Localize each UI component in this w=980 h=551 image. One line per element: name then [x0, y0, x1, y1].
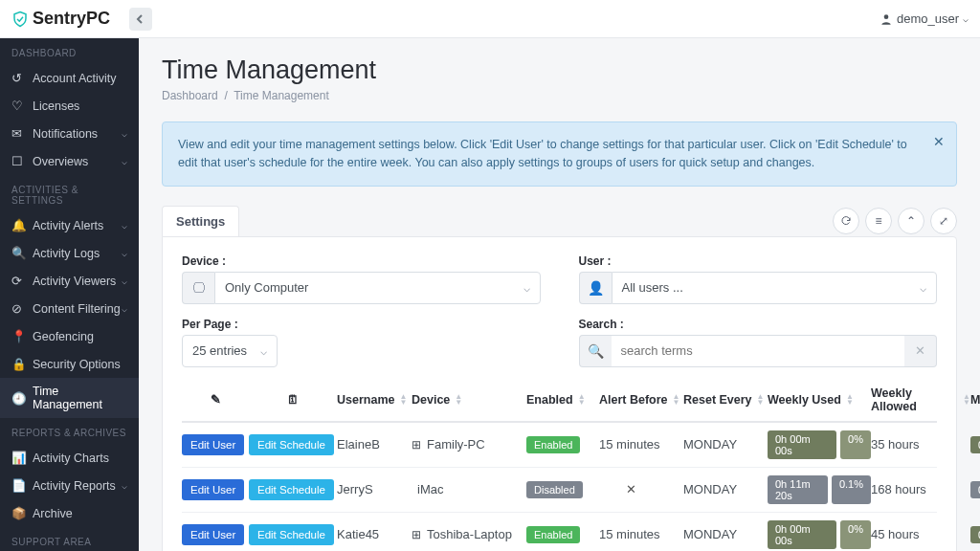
- sidebar-item-activity-alerts[interactable]: 🔔Activity Alerts⌵: [0, 211, 139, 239]
- edit-user-button[interactable]: Edit User: [182, 524, 244, 545]
- col-username[interactable]: Username▲▼: [337, 393, 412, 407]
- search-icon: 🔍: [579, 335, 612, 367]
- weekly-used-time: 0h 00m 00s: [768, 430, 836, 459]
- mail-icon: ✉: [11, 126, 25, 141]
- table-row: Edit UserEdit ScheduleJerrySiMacDisabled…: [182, 468, 937, 513]
- svg-point-0: [884, 14, 889, 19]
- chevron-down-icon: ⌵: [122, 276, 127, 286]
- weekly-allowed-value: 45 hours: [871, 527, 970, 541]
- device-cell: ⊞Family-PC: [412, 437, 526, 452]
- user-filter-icon: 👤: [579, 272, 612, 304]
- perpage-select[interactable]: 25 entries: [182, 335, 278, 367]
- sidebar-item-activity-reports[interactable]: 📄Activity Reports⌵: [0, 472, 139, 499]
- sidebar-item-label: Overviews: [33, 155, 88, 168]
- chevron-down-icon: ⌵: [122, 248, 127, 258]
- table-row: Edit UserEdit ScheduleKatie45⊞Toshiba-La…: [182, 513, 937, 552]
- sidebar-item-activity-charts[interactable]: 📊Activity Charts: [0, 444, 139, 472]
- weekly-allowed-value: 35 hours: [871, 437, 970, 452]
- list-button[interactable]: ≡: [865, 208, 892, 234]
- status-badge: Enabled: [526, 526, 580, 543]
- ban-icon: ⊘: [11, 301, 25, 316]
- search-input[interactable]: [612, 335, 905, 367]
- collapse-button[interactable]: ⌃: [898, 208, 924, 234]
- col-monday-used[interactable]: Monday Us: [970, 393, 980, 407]
- sidebar-item-licenses[interactable]: ♡Licenses: [0, 92, 139, 120]
- sidebar-item-activity-viewers[interactable]: ⟳Activity Viewers⌵: [0, 267, 139, 295]
- device-select[interactable]: Only Computer: [214, 272, 541, 304]
- sidebar-item-overviews[interactable]: ☐Overviews⌵: [0, 147, 139, 175]
- breadcrumb: Dashboard / Time Management: [162, 89, 957, 102]
- brand-logo[interactable]: SentryPC: [11, 9, 110, 29]
- sidebar-item-account-activity[interactable]: ↺Account Activity: [0, 64, 139, 92]
- sidebar-group-title: DASHBOARD: [0, 38, 139, 64]
- edit-user-button[interactable]: Edit User: [182, 434, 244, 455]
- breadcrumb-root[interactable]: Dashboard: [162, 89, 218, 102]
- user-select[interactable]: All users ...: [612, 272, 938, 304]
- table-row: Edit UserEdit ScheduleElaineB⊞Family-PCE…: [182, 423, 937, 468]
- alert-text: View and edit your time management setti…: [178, 138, 907, 169]
- edit-user-button[interactable]: Edit User: [182, 479, 244, 500]
- reset-every-value: MONDAY: [683, 527, 768, 541]
- file-icon: 📄: [11, 478, 25, 493]
- status-badge: Enabled: [526, 436, 580, 453]
- card-toolbar: ≡ ⌃ ⤢: [833, 208, 957, 234]
- device-cell: iMac: [412, 482, 526, 496]
- weekly-used-time: 0h 11m 20s: [768, 475, 828, 504]
- alert-close-button[interactable]: ✕: [933, 132, 945, 152]
- sidebar-item-activity-logs[interactable]: 🔍Activity Logs⌵: [0, 239, 139, 267]
- sidebar-item-geofencing[interactable]: 📍Geofencing: [0, 322, 139, 350]
- top-bar: SentryPC demo_user ⌵: [0, 0, 980, 38]
- sidebar-item-content-filtering[interactable]: ⊘Content Filtering⌵: [0, 295, 139, 322]
- monday-used-badge: 0h 00m 00: [970, 481, 980, 498]
- clear-search-button[interactable]: ✕: [904, 335, 937, 367]
- chevron-down-icon: ⌵: [122, 303, 127, 314]
- refresh-icon: ⟳: [11, 274, 25, 288]
- col-device[interactable]: Device▲▼: [412, 393, 526, 407]
- username-cell: JerryS: [337, 482, 412, 496]
- user-name: demo_user: [897, 11, 959, 26]
- edit-schedule-button[interactable]: Edit Schedule: [249, 434, 334, 455]
- chevron-down-icon: ⌵: [963, 13, 969, 24]
- brand-name: SentryPC: [33, 9, 110, 29]
- tab-settings[interactable]: Settings: [162, 206, 239, 236]
- sidebar-item-security-options[interactable]: 🔒Security Options: [0, 350, 139, 378]
- sidebar-item-time-management[interactable]: 🕘Time Management: [0, 378, 139, 418]
- col-reset-every[interactable]: Reset Every▲▼: [683, 393, 768, 407]
- weekly-used-pct: 0%: [840, 430, 871, 459]
- chevron-down-icon: ⌵: [122, 128, 127, 139]
- sidebar-item-label: Licenses: [33, 99, 79, 113]
- page-title: Time Management: [162, 55, 957, 85]
- refresh-button[interactable]: [833, 208, 859, 234]
- col-alert-before[interactable]: Alert Before▲▼: [599, 393, 683, 407]
- window-icon: ☐: [11, 154, 25, 168]
- device-filter-label: Device :: [182, 254, 541, 268]
- sidebar-toggle-button[interactable]: [129, 8, 152, 31]
- disabled-x-icon: ✕: [599, 482, 636, 496]
- main-content: Time Management Dashboard / Time Managem…: [139, 38, 980, 551]
- sidebar-group-title: REPORTS & ARCHIVES: [0, 418, 139, 444]
- sidebar-group-title: ACTIVITIES & SETTINGS: [0, 175, 139, 211]
- os-icon: ⊞: [412, 438, 421, 452]
- edit-schedule-button[interactable]: Edit Schedule: [249, 479, 334, 500]
- heart-icon: ♡: [11, 99, 25, 113]
- expand-button[interactable]: ⤢: [930, 208, 957, 234]
- chevron-left-icon: [136, 14, 145, 24]
- col-weekly-allowed[interactable]: Weekly Allowed▲▼: [871, 386, 970, 413]
- sidebar-item-archive[interactable]: 📦Archive: [0, 499, 139, 527]
- settings-card: Device : 🖵 Only Computer User : 👤 All us…: [162, 236, 957, 552]
- sidebar-item-label: Activity Viewers: [33, 275, 116, 288]
- edit-schedule-button[interactable]: Edit Schedule: [249, 524, 334, 545]
- chevron-down-icon: ⌵: [122, 220, 127, 231]
- user-menu[interactable]: demo_user ⌵: [880, 11, 969, 26]
- sidebar-group-title: SUPPORT AREA: [0, 527, 139, 551]
- sidebar-item-notifications[interactable]: ✉Notifications⌵: [0, 120, 139, 147]
- chart-icon: 📊: [11, 451, 25, 465]
- calendar-icon: 🗓: [287, 393, 300, 407]
- col-weekly-used[interactable]: Weekly Used▲▼: [768, 393, 871, 407]
- history-icon: ↺: [11, 71, 25, 85]
- search-label: Search :: [579, 318, 938, 331]
- col-enabled[interactable]: Enabled▲▼: [526, 393, 599, 407]
- sidebar-item-label: Content Filtering: [33, 302, 121, 316]
- bell-icon: 🔔: [11, 218, 25, 232]
- status-badge: Disabled: [526, 481, 583, 498]
